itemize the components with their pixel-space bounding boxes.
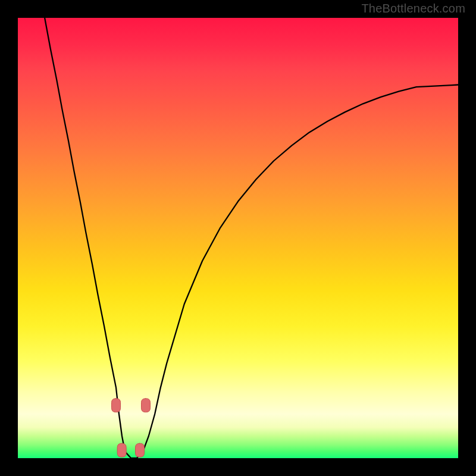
watermark-label: TheBottleneck.com xyxy=(361,2,465,15)
bottleneck-curve-canvas xyxy=(18,18,458,458)
chart-frame: TheBottleneck.com xyxy=(0,0,476,476)
plot-area xyxy=(18,18,458,458)
